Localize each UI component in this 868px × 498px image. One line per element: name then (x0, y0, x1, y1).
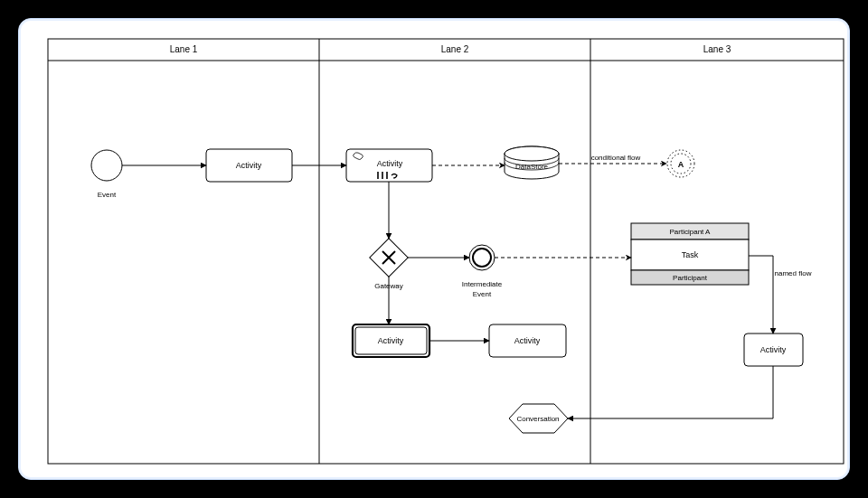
participant-footer: Participant (673, 274, 708, 282)
flow-e-to-conversation (568, 366, 773, 418)
diagram-viewport[interactable]: Lane 1 Lane 2 Lane 3 Event (39, 30, 849, 479)
lane1-title: Lane 1 (170, 44, 198, 54)
activity-b[interactable]: Activity (346, 149, 432, 182)
activity-e[interactable]: Activity (744, 334, 803, 366)
window-frame: Lane 1 Lane 2 Lane 3 Event (13, 13, 855, 485)
activity-a-label: Activity (236, 161, 262, 170)
lane3-title: Lane 3 (703, 44, 731, 54)
flow-participant-to-e (749, 256, 773, 334)
intermediate-event[interactable]: Intermediate Event (462, 245, 503, 298)
svg-point-4 (91, 150, 122, 181)
target-a-label: A (678, 160, 684, 169)
participant-block[interactable]: Participant A Task Participant (631, 223, 749, 285)
activity-c-label: Activity (378, 336, 404, 345)
svg-point-11 (505, 146, 559, 161)
activity-b-label: Activity (377, 159, 403, 168)
datastore[interactable]: DataStore (505, 146, 559, 179)
activity-e-label: Activity (760, 345, 787, 354)
conversation[interactable]: Conversation (509, 404, 568, 433)
conditional-flow-label: conditional flow (591, 154, 641, 162)
intermediate-event-label-1: Intermediate (462, 280, 503, 288)
activity-d-label: Activity (514, 336, 541, 345)
conversation-label: Conversation (516, 415, 559, 423)
activity-a[interactable]: Activity (206, 149, 292, 182)
activity-d[interactable]: Activity (489, 324, 566, 357)
diagram-card: Lane 1 Lane 2 Lane 3 Event (18, 18, 850, 480)
target-a[interactable]: A (667, 150, 694, 177)
start-event-label: Event (98, 191, 117, 199)
participant-body: Task (682, 250, 699, 259)
bpmn-diagram: Lane 1 Lane 2 Lane 3 Event (39, 30, 850, 480)
lane2-title: Lane 2 (441, 44, 469, 54)
intermediate-event-label-2: Event (473, 290, 492, 298)
svg-point-16 (473, 249, 491, 267)
start-event[interactable]: Event (91, 150, 122, 199)
named-flow-label: named flow (775, 269, 812, 277)
activity-c[interactable]: Activity (353, 324, 429, 357)
participant-header: Participant A (670, 228, 712, 236)
datastore-label: DataStore (515, 163, 549, 171)
